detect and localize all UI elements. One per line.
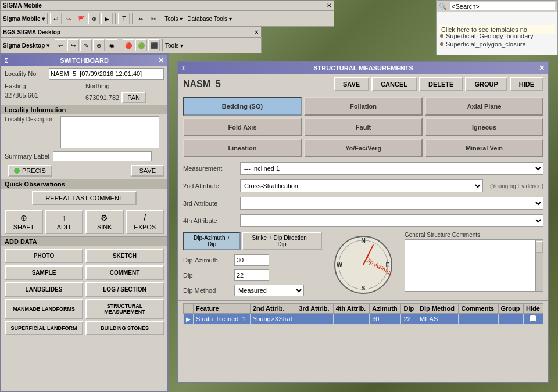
axial-plane-button[interactable]: Axial Plane [425,97,543,116]
bedding-button[interactable]: Bedding (SO) [183,97,302,116]
tool-icon-5[interactable]: ▶ [101,13,113,24]
dip-method-select[interactable]: Measured [234,285,304,296]
shaft-button[interactable]: ⊕ SHAFT [5,210,43,234]
struct-hide-button[interactable]: HIDE [510,77,543,91]
dtools-menu[interactable]: Tools ▾ [165,42,183,49]
tool-icon-1[interactable]: ↩ [50,13,62,24]
tool-icon-7[interactable]: ⇔ [135,13,146,24]
log-section-button[interactable]: LOG / SECTION [85,282,164,297]
table-row[interactable]: ▶ Strata_Inclined_1 Young>XStrat 30 22 M… [184,314,543,325]
row-hide-checkbox[interactable] [530,315,536,322]
sample-button[interactable]: SAMPLE [5,265,83,280]
struct-save-button[interactable]: SAVE [334,77,369,91]
comments-scrollbar-thumb[interactable] [536,241,543,253]
attr3-label: 3rd Attribute [183,200,235,207]
adit-button[interactable]: ↑ ADIT [45,210,84,234]
igneous-button[interactable]: Igneous [425,118,543,136]
strike-dip-tab[interactable]: Strike + Dip Direction + Dip [242,232,322,250]
row-dip-method[interactable]: MEAS [417,314,459,325]
locality-no-input[interactable] [49,68,164,80]
mineral-vein-button[interactable]: Mineral Vein [425,139,543,157]
pan-button[interactable]: PAN [121,92,146,103]
dtool-1[interactable]: ↩ [55,39,66,51]
dip-azimuth-input[interactable] [234,254,269,266]
sketch-button[interactable]: SKETCH [85,249,164,263]
fold-axis-button[interactable]: Fold Axis [183,118,302,136]
attr3-select[interactable] [240,197,543,210]
attr4-select[interactable] [240,214,543,227]
manmade-landforms-button[interactable]: MANMADE LANDFORMS [5,299,83,319]
tool-icon-6[interactable]: T [118,13,130,24]
col-group[interactable]: Group [498,304,523,314]
dtool-3[interactable]: ✎ [80,39,92,51]
row-dip[interactable]: 22 [401,314,417,325]
expos-button[interactable]: / EXPOS [126,210,164,234]
tools-menu[interactable]: Tools ▾ [164,16,183,22]
sigma-mobile-close[interactable]: ✕ [327,2,331,9]
superficial-landform-button[interactable]: SUPERFICIAL LANDFORM [5,321,83,335]
structural-measurement-button[interactable]: STRUCTURAL MEASUREMENT [85,299,164,319]
building-stones-button[interactable]: BUILDING STONES [85,321,164,335]
col-dip-method[interactable]: Dip Method [417,304,459,314]
row-attr3[interactable] [296,314,333,325]
summary-label-input[interactable] [53,151,152,161]
sigma-desktop-close[interactable]: ✕ [254,29,259,35]
struct-delete-button[interactable]: DELETE [419,77,463,91]
dtool-6[interactable]: 🔴 [123,39,134,51]
general-comments-textarea[interactable] [405,239,535,292]
col-hide[interactable]: Hide [523,304,543,314]
row-azimuth[interactable]: 30 [370,314,401,325]
col-azimuth[interactable]: Azimuth [370,304,401,314]
row-attr2[interactable]: Young>XStrat [250,314,296,325]
dtool-5[interactable]: ◉ [106,39,117,51]
tool-icon-2[interactable]: ↪ [63,13,74,24]
fault-button[interactable]: Fault [304,118,423,136]
sink-button[interactable]: ⚙ SINK [85,210,124,234]
sink-icon: ⚙ [101,213,108,222]
dtool-2[interactable]: ↪ [67,39,79,51]
template-search-text[interactable]: <Search> [449,2,555,11]
struct-close[interactable]: ✕ [539,64,545,72]
measurement-select[interactable]: --- Inclined 1 [240,162,543,175]
locality-desc-textarea[interactable] [60,116,159,148]
row-group[interactable] [498,314,523,325]
comment-button[interactable]: COMMENT [85,265,164,280]
landslides-button[interactable]: LANDSLIDES [5,282,83,297]
sigma-mobile-menu[interactable]: Sigma Mobile ▾ [3,16,45,22]
tool-icon-4[interactable]: ⊕ [88,13,100,24]
row-comments[interactable] [459,314,498,325]
dtool-8[interactable]: ⬛ [148,39,160,51]
dip-azimuth-tab[interactable]: Dip-Azimuth + Dip [183,232,241,250]
row-attr4[interactable] [333,314,370,325]
bottom-section: Feature 2nd Attrib. 3rd Attrib. 4th Attr… [178,300,548,327]
tool-icon-8[interactable]: ✂ [148,13,159,24]
col-attr2[interactable]: 2nd Attrib. [250,304,296,314]
template-item-3[interactable]: Superficial_polygon_closure [439,40,555,48]
col-comments[interactable]: Comments [459,304,498,314]
photo-button[interactable]: PHOTO [5,249,83,263]
comments-scrollbar[interactable] [535,239,543,292]
sw-save-button[interactable]: SAVE [131,165,164,177]
col-feature[interactable]: Feature [194,304,251,314]
tool-icon-3[interactable]: 🚩 [76,13,87,24]
dtool-4[interactable]: ⊕ [93,39,105,51]
dtool-7[interactable]: 🟢 [135,39,147,51]
row-feature[interactable]: Strata_Inclined_1 [194,314,251,325]
yo-fac-verg-button[interactable]: Yo/Fac/Verg [304,139,423,157]
struct-cancel-button[interactable]: CANCEL [371,77,417,91]
switchboard-close[interactable]: ✕ [158,56,164,64]
dip-input[interactable] [234,269,269,281]
struct-group-button[interactable]: GROUP [465,77,507,91]
col-attr3[interactable]: 3rd Attrib. [296,304,333,314]
sigma-desktop-menu[interactable]: Sigma Desktop ▾ [3,42,49,49]
col-attr4[interactable]: 4th Attrib. [333,304,370,314]
add-data-grid: PHOTO SKETCH SAMPLE COMMENT LANDSLIDES L… [1,246,167,337]
lineation-button[interactable]: Lineation [183,139,302,157]
row-hide-cell[interactable] [523,314,543,325]
database-menu[interactable]: Database Tools ▾ [187,16,232,22]
repeat-last-comment-button[interactable]: REPEAT LAST COMMENT [32,191,137,205]
attr2-select[interactable]: Cross-Stratification [240,179,483,192]
col-dip[interactable]: Dip [401,304,417,314]
precis-button[interactable]: PRECIS [8,165,52,177]
foliation-button[interactable]: Foliation [304,97,423,116]
